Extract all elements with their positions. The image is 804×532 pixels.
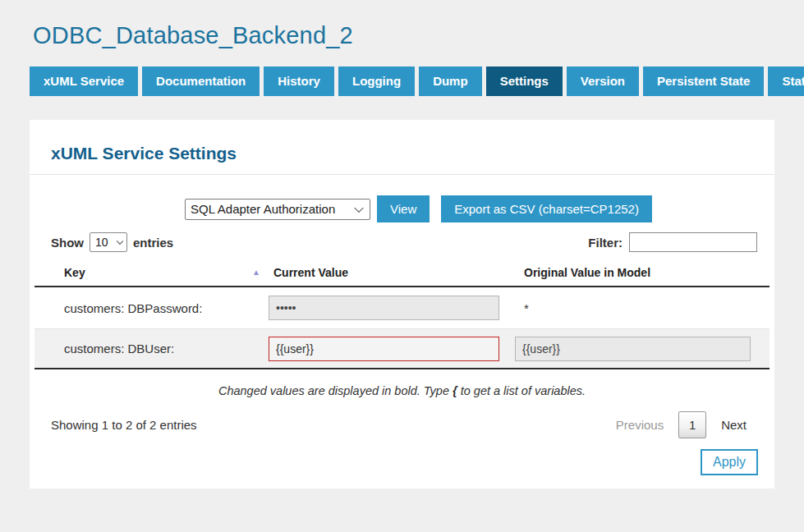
password-current-value-input [269,296,499,320]
table-header-row: Key ▲ Current Value Original Value in Mo… [34,259,770,287]
dbuser-original-value-input [515,337,751,361]
tab-settings[interactable]: Settings [486,66,563,96]
original-value-masked: * [515,301,529,315]
panel-heading: xUML Service Settings [51,144,753,163]
header-key[interactable]: Key ▲ [34,266,269,279]
show-label: Show [51,236,84,250]
pagination-previous-button[interactable]: Previous [608,418,672,432]
apply-row: Apply [30,438,774,475]
show-entries-control: Show 10 entries [51,232,179,252]
filter-control: Filter: [588,232,757,252]
filter-input[interactable] [629,232,757,252]
panel-heading-section: xUML Service Settings [30,120,774,175]
page: ODBC_Database_Backend_2 xUML Service Doc… [0,22,804,488]
table-footer: Showing 1 to 2 of 2 entries Previous 1 N… [30,411,774,438]
pagination: Previous 1 Next [608,411,755,438]
table-toolbar: Show 10 entries Filter: [30,232,774,252]
header-current-value[interactable]: Current Value [269,266,515,279]
settings-category-select-wrap: SQL Adapter Authorization [185,199,370,220]
pagination-page-1-button[interactable]: 1 [678,411,706,438]
entries-label: entries [133,236,173,250]
tab-persistent-state[interactable]: Persistent State [643,66,764,96]
pagination-next-button[interactable]: Next [713,418,755,432]
entries-info-text: Showing 1 to 2 of 2 entries [51,418,197,432]
sort-ascending-icon: ▲ [252,268,260,277]
tab-dump[interactable]: Dump [419,66,482,96]
settings-controls-row: SQL Adapter Authorization View Export as… [185,195,774,222]
setting-key-label: customers: DBPassword: [34,301,269,315]
tab-documentation[interactable]: Documentation [142,66,260,96]
dbuser-current-value-input[interactable] [269,337,499,361]
tab-version[interactable]: Version [567,66,639,96]
export-csv-button[interactable]: Export as CSV (charset=CP1252) [441,195,652,222]
apply-button[interactable]: Apply [701,449,758,475]
page-size-select-wrap: 10 [90,232,127,252]
settings-table: Key ▲ Current Value Original Value in Mo… [34,259,770,369]
current-value-cell [269,296,515,320]
tab-logging[interactable]: Logging [338,66,415,96]
table-note: Changed values are displayed in bold. Ty… [30,384,774,397]
filter-label: Filter: [588,236,623,250]
tab-status[interactable]: Status [768,66,804,96]
view-button[interactable]: View [377,195,430,222]
settings-category-select[interactable]: SQL Adapter Authorization [185,199,370,220]
header-original-value[interactable]: Original Value in Model [515,266,770,279]
table-row: customers: DBPassword: * [34,287,770,328]
original-value-cell: * [515,301,770,315]
current-value-cell [269,337,515,361]
table-row: customers: DBUser: [34,328,770,369]
settings-panel: xUML Service Settings SQL Adapter Author… [30,120,774,488]
tab-bar: xUML Service Documentation History Loggi… [30,66,774,96]
tab-xuml-service[interactable]: xUML Service [30,66,138,96]
original-value-cell [515,337,770,361]
setting-key-label: customers: DBUser: [34,342,269,355]
tab-history[interactable]: History [264,66,334,96]
page-size-select[interactable]: 10 [90,232,127,252]
page-title: ODBC_Database_Backend_2 [33,22,774,49]
